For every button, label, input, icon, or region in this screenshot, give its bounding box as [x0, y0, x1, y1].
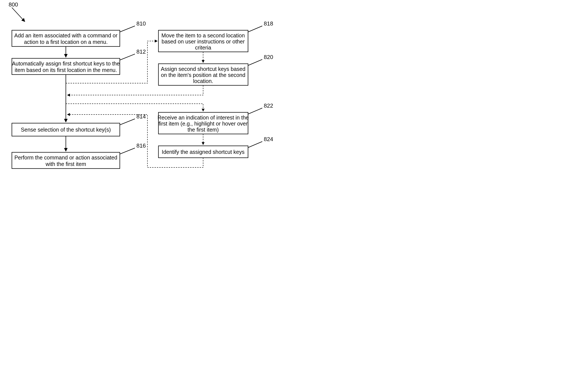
step-810-line2: action to a first location on a menu.: [24, 39, 108, 45]
ref-814: 814: [136, 113, 146, 120]
leader-814: [120, 119, 135, 125]
leader-822: [248, 108, 262, 114]
leader-818: [248, 26, 262, 32]
branch-to-822: [66, 104, 203, 111]
leader-810: [120, 26, 135, 32]
leader-812: [120, 54, 135, 60]
flowchart-diagram: 800 Add an item associated with a comman…: [0, 0, 294, 195]
step-814-line1: Sense selection of the shortcut key(s): [21, 127, 111, 133]
step-812-line1: Automatically assign first shortcut keys…: [12, 60, 120, 67]
step-824-line1: Identify the assigned shortcut keys: [162, 149, 245, 155]
step-818-line1: Move the item to a second location: [161, 32, 245, 39]
ref-810: 810: [136, 20, 146, 27]
step-818-line3: criteria: [195, 45, 211, 50]
merge-820-back: [67, 85, 203, 95]
ref-822: 822: [264, 102, 273, 109]
figure-label-arrow: [12, 7, 25, 22]
ref-818: 818: [264, 20, 273, 27]
step-820-line1: Assign second shortcut keys based: [161, 66, 245, 72]
ref-824: 824: [264, 136, 273, 142]
step-820-line2: on the item's position at the second: [161, 72, 245, 78]
ref-820: 820: [264, 54, 273, 60]
step-820-line3: location.: [193, 78, 213, 84]
leader-816: [120, 148, 135, 154]
step-816-line1: Perform the command or action associated: [14, 154, 118, 160]
step-816-line2: with the first item: [45, 161, 86, 167]
ref-816: 816: [136, 142, 146, 149]
ref-812: 812: [136, 49, 146, 55]
step-818-line2: based on user instructions or other: [162, 39, 245, 45]
step-822-line2: first item (e.g., highlight or hover ove…: [159, 121, 248, 127]
step-822-line1: Receive an indication of interest in the: [157, 114, 249, 121]
step-812-line2: item based on its first location in the …: [15, 67, 117, 73]
leader-824: [248, 142, 262, 147]
leader-820: [248, 59, 262, 65]
figure-label: 800: [9, 1, 18, 8]
step-822-line3: the first item): [188, 127, 219, 133]
step-810-line1: Add an item associated with a command or: [14, 32, 118, 39]
